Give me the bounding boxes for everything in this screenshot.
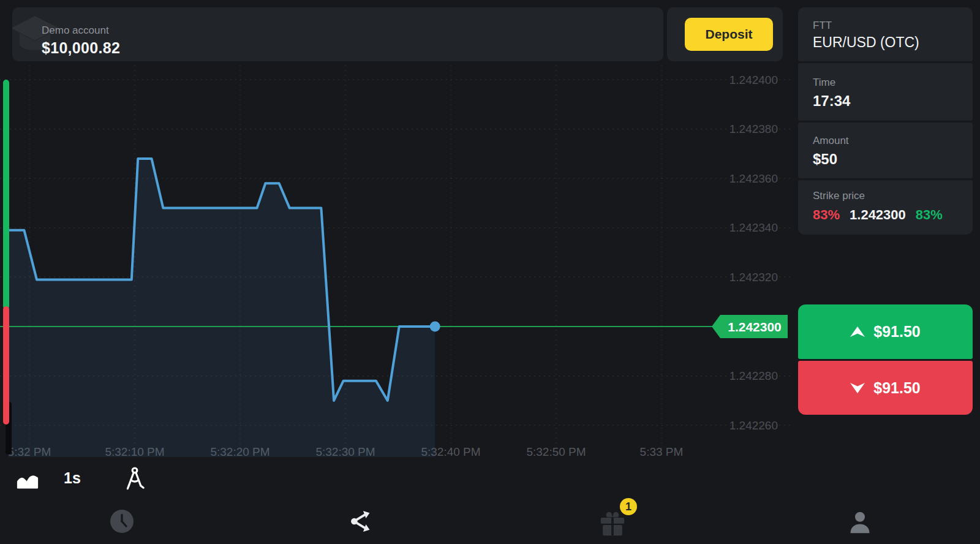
gift-icon [598,511,627,537]
price-axis-label: 1.242340 [729,221,778,234]
amount-label: Amount [813,135,849,147]
gauge-red-bar [3,306,9,425]
buy-down-amount: $91.50 [873,379,920,397]
time-label: Time [813,77,835,89]
gauge-green-bar [3,80,9,309]
strike-label: Strike price [813,190,865,202]
up-arrow-icon [850,327,865,337]
buy-up-amount: $91.50 [873,323,920,341]
payout-down-percent: 83% [813,207,840,223]
strike-price-card[interactable]: Strike price 83% 1.242300 83% [798,180,973,235]
trades-share-icon [349,509,374,534]
price-axis-label: 1.242280 [729,369,778,382]
payout-up-percent: 83% [916,207,943,223]
price-area-fill [9,159,435,457]
asset-name: EUR/USD (OTC) [813,34,919,51]
gifts-button[interactable] [598,511,627,537]
down-arrow-icon [850,383,865,393]
chart-type-button[interactable] [16,469,39,489]
asset-selector-card[interactable]: FTT EUR/USD (OTC) [798,7,973,61]
buy-up-button[interactable]: $91.50 [798,304,973,359]
price-axis-label: 1.242380 [729,123,778,135]
price-axis-label: 1.242260 [729,419,778,432]
time-axis-label: 5:32:50 PM [526,445,586,458]
trade-history-button[interactable] [108,508,135,535]
buy-down-button[interactable]: $91.50 [798,361,973,415]
amount-card[interactable]: Amount $50 [798,123,973,178]
account-balance: $10,000.82 [42,39,120,57]
account-type-label: Demo account [42,25,109,37]
expiry-time-card[interactable]: Time 17:34 [798,63,973,121]
asset-type-label: FTT [813,20,832,32]
price-axis-label: 1.242320 [729,271,778,284]
profile-button[interactable] [846,509,873,535]
interval-button[interactable]: 1s [64,469,81,487]
drawing-tools-button[interactable] [123,466,147,491]
current-price-dot [430,322,440,332]
trading-app: 5:32 PM5:32:10 PM5:32:20 PM5:32:30 PM5:3… [0,0,980,544]
history-clock-icon [108,508,135,535]
compass-icon [123,466,147,491]
area-chart-icon [16,469,39,489]
profile-icon [846,509,873,535]
deposit-button[interactable]: Deposit [685,18,773,51]
gift-count-badge: 1 [620,498,637,515]
time-axis-label: 5:33 PM [640,445,684,458]
account-switcher[interactable]: Demo account $10,000.82 [12,7,663,61]
amount-value: $50 [813,151,837,168]
strike-value: 1.242300 [850,207,906,223]
price-axis-label: 1.242360 [729,172,778,185]
price-axis-label: 1.242400 [729,74,778,86]
trades-button[interactable] [349,509,374,534]
strike-tag-value: 1.242300 [728,320,782,334]
time-value: 17:34 [813,93,850,110]
